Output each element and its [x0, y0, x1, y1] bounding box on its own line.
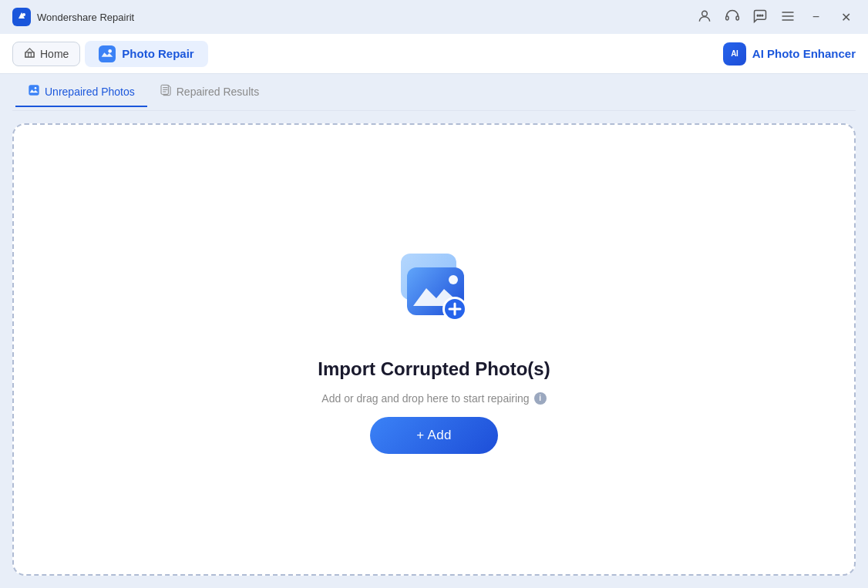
photo-repair-icon	[99, 45, 116, 62]
tabs-bar: Unrepaired Photos Repaired Results	[12, 74, 856, 111]
svg-point-1	[22, 13, 25, 16]
tab-repaired-label: Repaired Results	[177, 86, 259, 98]
navbar-left: Home Photo Repair	[12, 41, 208, 67]
drop-zone-icon	[384, 246, 484, 346]
unrepaired-tab-icon	[28, 84, 40, 99]
photo-repair-label: Photo Repair	[122, 47, 193, 60]
drop-zone[interactable]: Import Corrupted Photo(s) Add or drag an…	[12, 123, 856, 576]
support-icon[interactable]	[725, 8, 740, 26]
home-icon	[24, 47, 35, 61]
svg-point-15	[35, 87, 37, 89]
app-icon	[12, 8, 31, 26]
repaired-tab-icon	[160, 84, 172, 99]
dropzone-subtitle: Add or drag and drop here to start repai…	[321, 392, 546, 405]
ai-badge: AI	[723, 42, 746, 66]
svg-rect-14	[29, 85, 39, 95]
account-icon[interactable]	[697, 8, 712, 26]
svg-rect-3	[725, 16, 728, 20]
titlebar-left: Wondershare Repairit	[12, 8, 134, 26]
svg-point-13	[109, 49, 113, 53]
info-icon[interactable]: i	[534, 392, 547, 405]
svg-point-19	[449, 275, 458, 284]
close-button[interactable]: ✕	[836, 8, 856, 26]
chat-icon[interactable]	[752, 8, 768, 26]
svg-point-7	[762, 15, 763, 16]
content-area: Unrepaired Photos Repaired Results	[0, 74, 868, 588]
dropzone-title: Import Corrupted Photo(s)	[318, 358, 550, 380]
minimize-button[interactable]: −	[808, 8, 824, 25]
app-title: Wondershare Repairit	[37, 12, 134, 23]
tab-repaired-results[interactable]: Repaired Results	[147, 78, 271, 107]
menu-icon[interactable]	[780, 8, 796, 26]
tab-unrepaired-photos[interactable]: Unrepaired Photos	[15, 78, 147, 107]
svg-point-6	[759, 15, 761, 16]
home-label: Home	[40, 48, 69, 60]
ai-enhancer-label: AI Photo Enhancer	[752, 47, 856, 60]
home-button[interactable]: Home	[12, 42, 80, 66]
ai-enhancer-button[interactable]: AI AI Photo Enhancer	[723, 42, 856, 66]
titlebar: Wondershare Repairit	[0, 0, 868, 34]
titlebar-controls: − ✕	[697, 8, 856, 26]
navbar: Home Photo Repair AI AI Photo Enhancer	[0, 34, 868, 74]
tab-unrepaired-label: Unrepaired Photos	[45, 86, 135, 98]
svg-point-2	[701, 11, 707, 16]
svg-rect-12	[99, 45, 116, 62]
add-button[interactable]: + Add	[370, 417, 497, 454]
photo-repair-nav[interactable]: Photo Repair	[85, 41, 207, 67]
svg-rect-4	[736, 16, 738, 20]
svg-point-5	[757, 15, 759, 16]
